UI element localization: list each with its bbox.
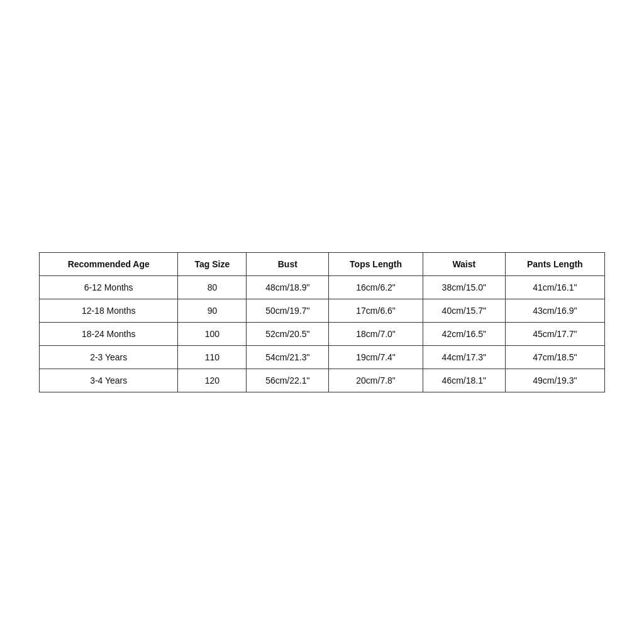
cell-tops-length: 16cm/6.2" <box>329 275 423 299</box>
cell-age: 2-3 Years <box>40 345 178 369</box>
cell-pants-length: 49cm/19.3" <box>505 369 604 392</box>
cell-age: 3-4 Years <box>40 369 178 392</box>
cell-tag-size: 120 <box>178 369 247 392</box>
header-tops-length: Tops Length <box>329 252 423 275</box>
size-chart-container: Recommended Age Tag Size Bust Tops Lengt… <box>39 252 605 392</box>
cell-age: 6-12 Months <box>40 275 178 299</box>
cell-pants-length: 43cm/16.9" <box>505 299 604 322</box>
cell-pants-length: 45cm/17.7" <box>505 322 604 345</box>
header-bust: Bust <box>247 252 329 275</box>
cell-tag-size: 100 <box>178 322 247 345</box>
table-row: 6-12 Months8048cm/18.9"16cm/6.2"38cm/15.… <box>40 275 605 299</box>
header-waist: Waist <box>423 252 505 275</box>
cell-waist: 40cm/15.7" <box>423 299 505 322</box>
header-pants-length: Pants Length <box>505 252 604 275</box>
table-row: 2-3 Years11054cm/21.3"19cm/7.4"44cm/17.3… <box>40 345 605 369</box>
header-tag-size: Tag Size <box>178 252 247 275</box>
cell-age: 12-18 Months <box>40 299 178 322</box>
size-chart-table: Recommended Age Tag Size Bust Tops Lengt… <box>39 252 605 392</box>
cell-bust: 52cm/20.5" <box>247 322 329 345</box>
cell-bust: 48cm/18.9" <box>247 275 329 299</box>
cell-tops-length: 17cm/6.6" <box>329 299 423 322</box>
cell-tag-size: 110 <box>178 345 247 369</box>
cell-bust: 56cm/22.1" <box>247 369 329 392</box>
cell-age: 18-24 Months <box>40 322 178 345</box>
cell-waist: 38cm/15.0" <box>423 275 505 299</box>
header-recommended-age: Recommended Age <box>40 252 178 275</box>
table-header-row: Recommended Age Tag Size Bust Tops Lengt… <box>40 252 605 275</box>
cell-tops-length: 19cm/7.4" <box>329 345 423 369</box>
cell-pants-length: 41cm/16.1" <box>505 275 604 299</box>
cell-bust: 50cm/19.7" <box>247 299 329 322</box>
table-row: 12-18 Months9050cm/19.7"17cm/6.6"40cm/15… <box>40 299 605 322</box>
cell-tag-size: 90 <box>178 299 247 322</box>
cell-tag-size: 80 <box>178 275 247 299</box>
cell-waist: 42cm/16.5" <box>423 322 505 345</box>
table-row: 18-24 Months10052cm/20.5"18cm/7.0"42cm/1… <box>40 322 605 345</box>
cell-waist: 44cm/17.3" <box>423 345 505 369</box>
cell-pants-length: 47cm/18.5" <box>505 345 604 369</box>
cell-bust: 54cm/21.3" <box>247 345 329 369</box>
cell-waist: 46cm/18.1" <box>423 369 505 392</box>
cell-tops-length: 20cm/7.8" <box>329 369 423 392</box>
cell-tops-length: 18cm/7.0" <box>329 322 423 345</box>
table-row: 3-4 Years12056cm/22.1"20cm/7.8"46cm/18.1… <box>40 369 605 392</box>
